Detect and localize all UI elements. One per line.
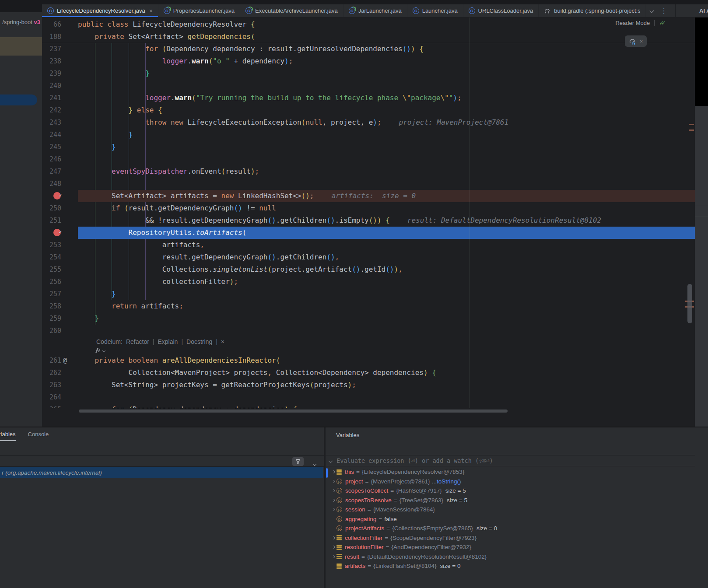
code-text[interactable]: } [78, 288, 695, 300]
code-line[interactable]: 244 } [42, 129, 695, 141]
code-line[interactable]: 66public class LifecycleDependencyResolv… [42, 18, 695, 31]
code-text[interactable] [78, 325, 695, 337]
breakpoint-icon[interactable] [53, 192, 61, 200]
variable-row-scopesToCollect[interactable]: pscopesToCollect={HashSet@7917}size = 5 [326, 486, 695, 496]
gutter[interactable]: 259 [42, 312, 78, 325]
gutter[interactable]: 262 [42, 367, 78, 379]
code-line[interactable]: 240 [42, 80, 695, 92]
gutter[interactable]: 66 [42, 18, 78, 31]
horizontal-scrollbar-track[interactable] [42, 408, 695, 414]
gutter[interactable] [42, 227, 78, 239]
gutter[interactable]: 238 [42, 55, 78, 67]
inspection-ok-icon[interactable]: ✓✓ [659, 20, 666, 26]
code-text[interactable]: } [78, 129, 695, 141]
expand-chevron-icon[interactable] [330, 471, 336, 473]
variable-row-aggregating[interactable]: paggregating=false [326, 514, 695, 524]
variable-row-projectArtifacts[interactable]: pprojectArtifacts={Collections$EmptySet@… [326, 524, 695, 533]
gutter[interactable]: 237 [42, 43, 78, 55]
codeium-close-icon[interactable]: × [221, 337, 224, 346]
editor-tab[interactable]: CLauncher.java [407, 4, 463, 17]
gutter[interactable] [42, 190, 78, 202]
code-line[interactable]: 253 artifacts, [42, 239, 695, 251]
code-line[interactable]: 254 result.getDependencyGraph().getChild… [42, 251, 695, 263]
chevron-down-icon[interactable] [102, 349, 105, 352]
gutter[interactable]: 255 [42, 263, 78, 276]
code-line[interactable]: 256 collectionFilter); [42, 276, 695, 288]
execution-line[interactable]: RepositoryUtils.toArtifacts( [42, 227, 695, 239]
code-line[interactable]: 260 [42, 325, 695, 337]
variable-row-result[interactable]: result={DefaultDependencyResolutionResul… [326, 552, 695, 562]
code-text[interactable]: eventSpyDispatcher.onEvent(result); [78, 165, 695, 178]
code-line[interactable]: 245 } [42, 141, 695, 153]
variable-row-collectionFilter[interactable]: collectionFilter={ScopeDependencyFilter@… [326, 533, 695, 543]
code-editor[interactable]: 66public class LifecycleDependencyResolv… [42, 18, 695, 409]
code-text[interactable] [78, 153, 695, 165]
gutter[interactable]: 260 [42, 325, 78, 337]
code-line[interactable]: 238 logger.warn("o " + dependency); [42, 55, 695, 67]
code-text[interactable]: Collection<MavenProject> projects, Colle… [78, 367, 695, 379]
editor-tab[interactable]: CURLClassLoader.java [463, 4, 539, 17]
expand-chevron-icon[interactable] [330, 480, 336, 483]
code-line[interactable]: 264 [42, 391, 695, 403]
vertical-scrollbar[interactable] [687, 284, 692, 323]
code-text[interactable] [78, 178, 695, 190]
code-text[interactable]: result.getDependencyGraph().getChildren(… [78, 251, 695, 263]
gutter[interactable]: 245 [42, 141, 78, 153]
close-icon[interactable]: × [640, 38, 643, 45]
code-text[interactable]: private boolean areAllDependenciesInReac… [78, 354, 695, 367]
gutter[interactable]: 258 [42, 300, 78, 312]
code-text[interactable]: logger.warn("Try running the build up to… [78, 92, 695, 104]
code-line[interactable]: 242 } else { [42, 104, 695, 116]
breakpoint-icon[interactable] [53, 229, 61, 236]
expand-chevron-icon[interactable] [330, 546, 336, 548]
editor-tab[interactable]: CJarLauncher.java [343, 4, 407, 17]
code-text[interactable]: Collections.singletonList(project.getArt… [78, 263, 695, 276]
code-line[interactable]: 188 private Set<Artifact> getDependencie… [42, 31, 695, 43]
variable-row-this[interactable]: this={LifecycleDependencyResolver@7853} [326, 467, 695, 477]
code-line[interactable]: 263 Set<String> projectKeys = getReactor… [42, 379, 695, 391]
variable-row-resolutionFilter[interactable]: resolutionFilter={AndDependencyFilter@79… [326, 542, 695, 552]
code-text[interactable] [78, 80, 695, 92]
code-line[interactable]: 239 } [42, 67, 695, 80]
evaluate-expression-input[interactable]: Evaluate expression (⏎) or add a watch (… [326, 455, 695, 466]
expand-chevron-icon[interactable] [330, 537, 336, 539]
code-line[interactable]: 243 throw new LifecycleExecutionExceptio… [42, 116, 695, 129]
code-line[interactable]: 255 Collections.singletonList(project.ge… [42, 263, 695, 276]
reader-mode-control[interactable]: Reader Mode ✓✓ [615, 20, 666, 26]
variable-row-project[interactable]: pproject={MavenProject@7861}... toString… [326, 477, 695, 486]
editor-tab[interactable]: build.gradle (:spring-boot-project:spri [539, 4, 645, 17]
horizontal-scrollbar[interactable] [79, 410, 508, 413]
codeium-action-docstring[interactable]: Docstring [186, 337, 212, 346]
code-text[interactable]: RepositoryUtils.toArtifacts( [78, 227, 695, 239]
gutter[interactable]: 253 [42, 239, 78, 251]
project-tree-hover-row[interactable] [0, 37, 42, 56]
code-line[interactable]: 241 logger.warn("Try running the build u… [42, 92, 695, 104]
gutter[interactable]: 247 [42, 165, 78, 178]
filter-chevron-icon[interactable] [313, 459, 316, 467]
project-tree-selected-row[interactable] [0, 94, 37, 105]
code-text[interactable]: artifacts, [78, 239, 695, 251]
code-text[interactable]: Set<String> projectKeys = getReactorProj… [78, 379, 695, 391]
gutter[interactable]: 188 [42, 31, 78, 43]
code-text[interactable]: private Set<Artifact> getDependencies( [78, 31, 695, 43]
code-text[interactable]: && !result.getDependencyGraph().getChild… [78, 214, 695, 227]
code-line[interactable]: 248 [42, 178, 695, 190]
gutter[interactable]: 250 [42, 202, 78, 214]
editor-tab[interactable]: CExecutableArchiveLauncher.java [240, 4, 343, 17]
code-text[interactable]: } else { [78, 104, 695, 116]
code-text[interactable]: } [78, 141, 695, 153]
code-line[interactable]: 262 Collection<MavenProject> projects, C… [42, 367, 695, 379]
code-line[interactable]: 237 for (Dependency dependency : result.… [42, 43, 695, 55]
gutter[interactable]: 256 [42, 276, 78, 288]
code-text[interactable]: throw new LifecycleExecutionException(nu… [78, 116, 695, 129]
code-line[interactable]: 251 && !result.getDependencyGraph().getC… [42, 214, 695, 227]
codeium-action-refactor[interactable]: Refactor [126, 337, 149, 346]
expand-chevron-icon[interactable] [330, 499, 336, 501]
code-line[interactable]: 258 return artifacts; [42, 300, 695, 312]
variable-row-artifacts[interactable]: artifacts={LinkedHashSet@8104}size = 0 [326, 561, 695, 571]
gradle-sync-icon[interactable] [629, 38, 636, 45]
code-text[interactable]: if (result.getDependencyGraph() != null [78, 202, 695, 214]
error-stripe-mark[interactable] [689, 130, 694, 131]
expand-chevron-icon[interactable] [330, 556, 336, 558]
code-line[interactable]: 250 if (result.getDependencyGraph() != n… [42, 202, 695, 214]
